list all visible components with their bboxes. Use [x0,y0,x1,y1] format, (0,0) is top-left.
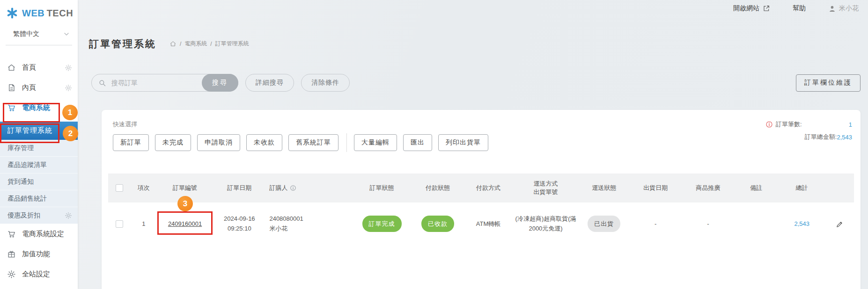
sidebar-item-arrival-notice[interactable]: 貨到通知 [0,173,78,190]
col-ship-date: 出貨日期 [629,173,682,202]
cell-order-no: 2409160001 [157,202,213,250]
gear-icon [7,270,16,279]
order-count-value: 1 [849,121,852,128]
filter-incomplete-button[interactable]: 未完成 [155,134,191,151]
language-selector[interactable]: 繁體中文 [6,30,72,45]
sidebar-active-label: 訂單管理系統 [7,126,52,135]
asterisk-logo-icon [7,7,18,19]
bulk-edit-button[interactable]: 大量編輯 [354,134,397,151]
sidebar-nav: 首頁 內頁 電商系統 訂單管理系統 庫存管理 產品追蹤清單 [0,58,78,284]
sidebar-item-label: 首頁 [22,63,36,72]
help-link[interactable]: 幫助 [793,4,806,13]
brand-name-secondary: TECH [47,8,73,18]
payment-status-badge: 已收款 [421,216,454,232]
buyer-id: 2408080001 [269,214,350,224]
submenu-label: 貨到通知 [7,178,34,186]
document-icon [7,83,16,92]
breadcrumb-item-ecommerce[interactable]: 電商系統 [184,40,207,48]
order-count-label: 訂單筆數: [776,120,802,129]
order-number-link[interactable]: 2409160001 [168,220,202,227]
username-label: 米小花 [839,4,859,13]
chevron-down-icon [63,30,70,38]
order-columns-maintenance-button[interactable]: 訂單欄位維護 [796,74,861,92]
gear-icon[interactable] [65,84,72,92]
sidebar-item-ecommerce[interactable]: 電商系統 [0,98,78,118]
col-payment-method: 付款方式 [464,173,513,202]
info-icon[interactable] [290,185,296,191]
home-icon [7,63,16,72]
col-index: 項次 [131,173,157,202]
gear-icon[interactable] [65,64,72,72]
order-date: 2024-09-16 [215,214,264,224]
sidebar-item-inner-pages[interactable]: 內頁 [0,78,78,98]
filter-cancel-request-button[interactable]: 申請取消 [197,134,240,151]
order-stats: 訂單筆數: 1 訂單總金額: 2,543 [765,120,852,145]
sidebar-item-home[interactable]: 首頁 [0,58,78,78]
pencil-edit-icon[interactable] [836,220,844,228]
filter-new-orders-button[interactable]: 新訂單 [113,134,149,151]
sidebar-item-label: 全站設定 [22,270,50,279]
divider [346,133,347,152]
sidebar-item-sales-stats[interactable]: 產品銷售統計 [0,190,78,207]
cell-payment-status: 已收款 [412,202,464,250]
open-site-link[interactable]: 開啟網站 [733,4,770,13]
row-checkbox[interactable] [116,220,123,228]
detail-search-button[interactable]: 詳細搜尋 [245,74,294,92]
user-icon [828,5,836,13]
search-icon [98,79,106,87]
search-box: 搜尋 [91,74,238,92]
col-actions [826,173,854,202]
col-shipping-line2: 出貨單號 [515,188,577,196]
order-total: 2,543 [794,220,810,227]
sidebar-item-ecommerce-settings[interactable]: 電商系統設定 [0,224,78,244]
info-icon[interactable] [765,121,773,128]
gear-icon[interactable] [65,212,72,219]
sidebar-item-site-settings[interactable]: 全站設定 [0,264,78,284]
cell-index: 1 [131,202,157,250]
sidebar-item-addons[interactable]: 加值功能 [0,244,78,264]
help-label: 幫助 [793,4,806,13]
external-link-icon [763,5,770,12]
export-button[interactable]: 匯出 [403,134,432,151]
order-time: 09:25:10 [215,224,264,233]
col-buyer-label: 訂購人 [269,184,287,192]
print-shipping-slip-button[interactable]: 列印出貨單 [438,134,488,151]
col-total: 總計 [778,173,826,202]
home-icon[interactable] [169,40,177,47]
col-shipping-status: 運送狀態 [579,173,629,202]
sidebar-item-inventory[interactable]: 庫存管理 [0,140,78,157]
search-input[interactable] [110,79,190,87]
cell-shipping-method: (冷凍超商)超商取貨(滿2000元免運) [513,202,579,250]
table-row: 1 2409160001 2024-09-16 09:25:10 2408080… [108,202,854,250]
search-button[interactable]: 搜尋 [202,74,238,92]
col-order-status: 訂單狀態 [352,173,412,202]
cell-shipping-status: 已出貨 [579,202,629,250]
col-payment-status: 付款狀態 [412,173,464,202]
filter-unpaid-button[interactable]: 未收款 [246,134,282,151]
filter-legacy-orders-button[interactable]: 舊系統訂單 [288,134,338,151]
submenu-label: 優惠及折扣 [7,211,40,220]
sidebar-item-product-tracking[interactable]: 產品追蹤清單 [0,157,78,173]
col-order-no: 訂單編號 [157,173,213,202]
order-total-label: 訂單總金額: [805,133,837,141]
user-menu[interactable]: 米小花 [828,4,859,13]
cell-payment-method: ATM轉帳 [464,202,513,250]
cell-total: 2,543 [778,202,826,250]
select-all-checkbox[interactable] [116,184,123,192]
sidebar-item-discounts[interactable]: 優惠及折扣 [0,207,78,224]
cart-icon [7,103,16,112]
sidebar-item-label: 電商系統設定 [22,230,64,238]
clear-filters-button[interactable]: 清除條件 [301,74,350,92]
sidebar-item-order-management[interactable]: 訂單管理系統 [0,122,78,140]
order-status-badge: 訂單完成 [362,216,402,232]
breadcrumb: / 電商系統 / 訂單管理系統 [169,40,249,48]
breadcrumb-separator: / [180,41,181,47]
cell-order-status: 訂單完成 [352,202,412,250]
submenu-label: 產品銷售統計 [7,195,47,203]
sidebar: WEB TECH 繁體中文 首頁 內頁 電商系統 [0,0,78,289]
col-buyer: 訂購人 [265,173,352,202]
search-toolbar: 搜尋 詳細搜尋 清除條件 訂單欄位維護 [91,74,861,92]
col-note: 備註 [734,173,778,202]
submenu-label: 產品追蹤清單 [7,161,47,169]
brand-logo: WEB TECH [0,0,78,19]
